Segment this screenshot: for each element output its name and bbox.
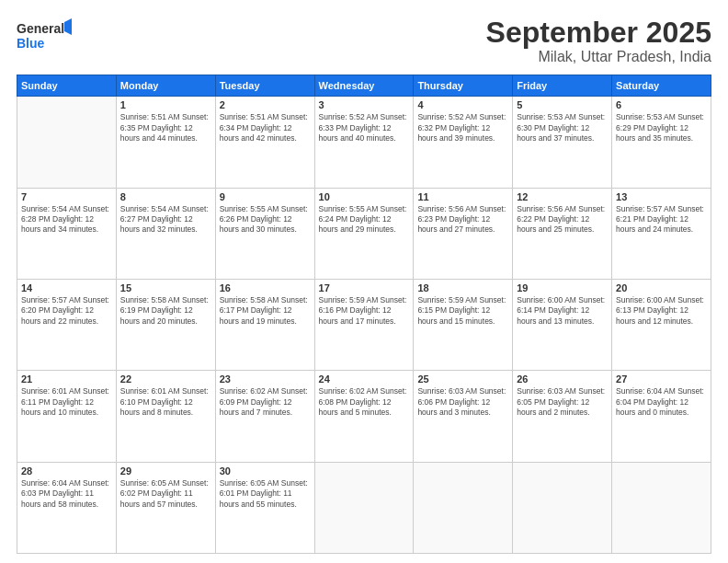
- day-number: 1: [120, 99, 211, 110]
- day-info: Sunrise: 6:02 AM Sunset: 6:09 PM Dayligh…: [220, 386, 311, 418]
- day-number: 27: [616, 373, 707, 385]
- day-info: Sunrise: 5:52 AM Sunset: 6:33 PM Dayligh…: [319, 112, 410, 144]
- table-cell: 6Sunrise: 5:53 AM Sunset: 6:29 PM Daylig…: [612, 97, 711, 188]
- day-number: 12: [517, 191, 608, 202]
- table-cell: 1Sunrise: 5:51 AM Sunset: 6:35 PM Daylig…: [116, 97, 215, 188]
- day-info: Sunrise: 5:56 AM Sunset: 6:23 PM Dayligh…: [417, 204, 508, 236]
- header: General Blue September 2025 Milak, Uttar…: [17, 17, 711, 65]
- table-cell: [414, 462, 513, 553]
- day-info: Sunrise: 6:02 AM Sunset: 6:08 PM Dayligh…: [319, 386, 410, 418]
- table-cell: 28Sunrise: 6:04 AM Sunset: 6:03 PM Dayli…: [17, 462, 117, 553]
- col-wednesday: Wednesday: [314, 75, 414, 97]
- col-thursday: Thursday: [414, 75, 513, 97]
- table-cell: [513, 462, 612, 553]
- table-cell: 13Sunrise: 5:57 AM Sunset: 6:21 PM Dayli…: [612, 188, 711, 279]
- day-info: Sunrise: 5:54 AM Sunset: 6:27 PM Dayligh…: [120, 204, 211, 236]
- day-info: Sunrise: 6:00 AM Sunset: 6:13 PM Dayligh…: [616, 295, 707, 327]
- day-info: Sunrise: 6:01 AM Sunset: 6:11 PM Dayligh…: [21, 386, 112, 418]
- day-info: Sunrise: 5:58 AM Sunset: 6:19 PM Dayligh…: [120, 295, 211, 327]
- day-info: Sunrise: 6:01 AM Sunset: 6:10 PM Dayligh…: [120, 386, 211, 418]
- svg-marker-2: [64, 18, 72, 35]
- day-number: 30: [220, 465, 311, 477]
- calendar-header-row: Sunday Monday Tuesday Wednesday Thursday…: [17, 75, 711, 97]
- table-cell: 17Sunrise: 5:59 AM Sunset: 6:16 PM Dayli…: [314, 279, 414, 370]
- day-number: 19: [517, 282, 608, 293]
- day-info: Sunrise: 5:59 AM Sunset: 6:16 PM Dayligh…: [319, 295, 410, 327]
- day-number: 23: [220, 373, 311, 385]
- day-number: 17: [319, 282, 410, 293]
- table-cell: 9Sunrise: 5:55 AM Sunset: 6:26 PM Daylig…: [215, 188, 314, 279]
- table-cell: 4Sunrise: 5:52 AM Sunset: 6:32 PM Daylig…: [414, 97, 513, 188]
- table-cell: 11Sunrise: 5:56 AM Sunset: 6:23 PM Dayli…: [414, 188, 513, 279]
- day-number: 7: [21, 191, 112, 202]
- day-info: Sunrise: 5:57 AM Sunset: 6:20 PM Dayligh…: [21, 295, 112, 327]
- calendar-week-row: 28Sunrise: 6:04 AM Sunset: 6:03 PM Dayli…: [17, 462, 711, 553]
- day-number: 8: [120, 191, 211, 202]
- table-cell: [314, 462, 414, 553]
- day-number: 10: [319, 191, 410, 202]
- calendar-week-row: 21Sunrise: 6:01 AM Sunset: 6:11 PM Dayli…: [17, 371, 711, 462]
- table-cell: 14Sunrise: 5:57 AM Sunset: 6:20 PM Dayli…: [17, 279, 117, 370]
- day-info: Sunrise: 6:05 AM Sunset: 6:02 PM Dayligh…: [120, 478, 211, 510]
- table-cell: 19Sunrise: 6:00 AM Sunset: 6:14 PM Dayli…: [513, 279, 612, 370]
- table-cell: 16Sunrise: 5:58 AM Sunset: 6:17 PM Dayli…: [215, 279, 314, 370]
- day-number: 15: [120, 282, 211, 293]
- table-cell: 29Sunrise: 6:05 AM Sunset: 6:02 PM Dayli…: [116, 462, 215, 553]
- day-info: Sunrise: 6:04 AM Sunset: 6:03 PM Dayligh…: [21, 478, 112, 510]
- col-tuesday: Tuesday: [215, 75, 314, 97]
- day-number: 18: [417, 282, 508, 293]
- page: General Blue September 2025 Milak, Uttar…: [0, 0, 728, 563]
- day-info: Sunrise: 6:05 AM Sunset: 6:01 PM Dayligh…: [220, 478, 311, 510]
- day-info: Sunrise: 6:00 AM Sunset: 6:14 PM Dayligh…: [517, 295, 608, 327]
- table-cell: 12Sunrise: 5:56 AM Sunset: 6:22 PM Dayli…: [513, 188, 612, 279]
- table-cell: 24Sunrise: 6:02 AM Sunset: 6:08 PM Dayli…: [314, 371, 414, 462]
- day-info: Sunrise: 5:53 AM Sunset: 6:30 PM Dayligh…: [517, 112, 608, 144]
- table-cell: 2Sunrise: 5:51 AM Sunset: 6:34 PM Daylig…: [215, 97, 314, 188]
- day-number: 24: [319, 373, 410, 385]
- table-cell: 30Sunrise: 6:05 AM Sunset: 6:01 PM Dayli…: [215, 462, 314, 553]
- day-info: Sunrise: 5:51 AM Sunset: 6:34 PM Dayligh…: [220, 112, 311, 144]
- day-info: Sunrise: 5:55 AM Sunset: 6:24 PM Dayligh…: [319, 204, 410, 236]
- subtitle: Milak, Uttar Pradesh, India: [486, 49, 711, 65]
- table-cell: 25Sunrise: 6:03 AM Sunset: 6:06 PM Dayli…: [414, 371, 513, 462]
- table-cell: 3Sunrise: 5:52 AM Sunset: 6:33 PM Daylig…: [314, 97, 414, 188]
- logo-svg: General Blue: [17, 17, 72, 53]
- day-number: 5: [517, 99, 608, 110]
- day-number: 25: [417, 373, 508, 385]
- table-cell: [17, 97, 117, 188]
- day-number: 21: [21, 373, 112, 385]
- calendar-week-row: 7Sunrise: 5:54 AM Sunset: 6:28 PM Daylig…: [17, 188, 711, 279]
- title-block: September 2025 Milak, Uttar Pradesh, Ind…: [486, 17, 711, 65]
- day-number: 11: [417, 191, 508, 202]
- day-info: Sunrise: 5:59 AM Sunset: 6:15 PM Dayligh…: [417, 295, 508, 327]
- day-info: Sunrise: 6:04 AM Sunset: 6:04 PM Dayligh…: [616, 386, 707, 418]
- day-number: 26: [517, 373, 608, 385]
- table-cell: 5Sunrise: 5:53 AM Sunset: 6:30 PM Daylig…: [513, 97, 612, 188]
- col-saturday: Saturday: [612, 75, 711, 97]
- day-number: 9: [220, 191, 311, 202]
- logo: General Blue: [17, 17, 72, 53]
- day-info: Sunrise: 5:56 AM Sunset: 6:22 PM Dayligh…: [517, 204, 608, 236]
- calendar-week-row: 14Sunrise: 5:57 AM Sunset: 6:20 PM Dayli…: [17, 279, 711, 370]
- day-number: 20: [616, 282, 707, 293]
- table-cell: 21Sunrise: 6:01 AM Sunset: 6:11 PM Dayli…: [17, 371, 117, 462]
- day-info: Sunrise: 5:57 AM Sunset: 6:21 PM Dayligh…: [616, 204, 707, 236]
- day-number: 29: [120, 465, 211, 477]
- day-info: Sunrise: 5:51 AM Sunset: 6:35 PM Dayligh…: [120, 112, 211, 144]
- svg-text:General: General: [17, 21, 64, 36]
- table-cell: 26Sunrise: 6:03 AM Sunset: 6:05 PM Dayli…: [513, 371, 612, 462]
- day-number: 4: [417, 99, 508, 110]
- calendar-week-row: 1Sunrise: 5:51 AM Sunset: 6:35 PM Daylig…: [17, 97, 711, 188]
- col-friday: Friday: [513, 75, 612, 97]
- table-cell: 10Sunrise: 5:55 AM Sunset: 6:24 PM Dayli…: [314, 188, 414, 279]
- day-info: Sunrise: 6:03 AM Sunset: 6:05 PM Dayligh…: [517, 386, 608, 418]
- col-monday: Monday: [116, 75, 215, 97]
- svg-text:Blue: Blue: [17, 36, 45, 51]
- table-cell: 15Sunrise: 5:58 AM Sunset: 6:19 PM Dayli…: [116, 279, 215, 370]
- table-cell: 23Sunrise: 6:02 AM Sunset: 6:09 PM Dayli…: [215, 371, 314, 462]
- day-info: Sunrise: 6:03 AM Sunset: 6:06 PM Dayligh…: [417, 386, 508, 418]
- day-info: Sunrise: 5:55 AM Sunset: 6:26 PM Dayligh…: [220, 204, 311, 236]
- day-number: 16: [220, 282, 311, 293]
- table-cell: 18Sunrise: 5:59 AM Sunset: 6:15 PM Dayli…: [414, 279, 513, 370]
- day-number: 6: [616, 99, 707, 110]
